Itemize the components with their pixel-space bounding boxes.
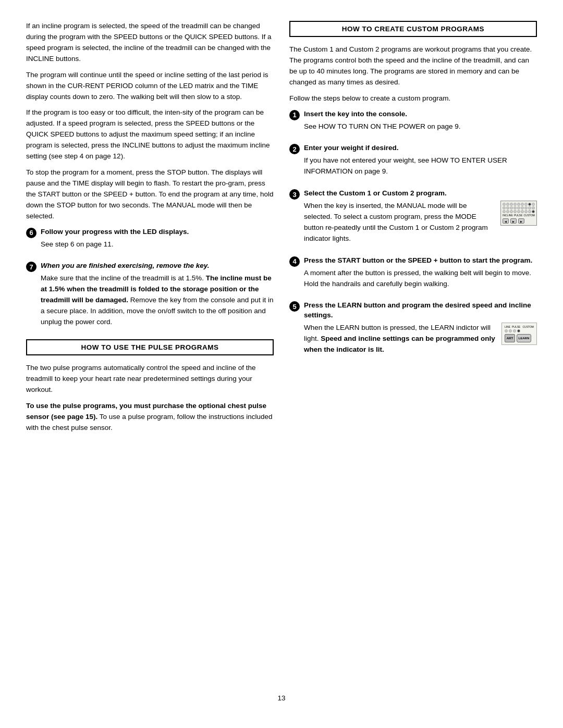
led-bottom-row: ◀ ▶ ▶: [503, 218, 535, 224]
step-3-image: INCLINE PULSE CUSTOM ◀ ▶ ▶: [500, 201, 537, 226]
learn-button: LEARN: [517, 334, 531, 342]
learn-pulse-label: PULSE: [512, 325, 520, 328]
page-number: 13: [26, 694, 537, 702]
dot: [521, 203, 524, 206]
step-3-with-image: When the key is inserted, the MANUAL mod…: [304, 201, 537, 250]
step-2-content: Enter your weight if desired. If you hav…: [304, 143, 537, 182]
left-para3: If the program is too easy or too diffic…: [26, 107, 274, 162]
dot: [513, 210, 517, 213]
dot: [517, 206, 520, 209]
step-1-number: 1: [289, 110, 300, 120]
led-row-1: [503, 203, 535, 206]
dot: [532, 203, 535, 206]
step-3-title: Select the Custom 1 or Custom 2 program.: [304, 189, 537, 199]
step-3-block: 3 Select the Custom 1 or Custom 2 progra…: [289, 189, 537, 250]
dot: [506, 203, 509, 206]
step-4-body: A moment after the button is pressed, th…: [304, 268, 537, 290]
dot: [524, 206, 528, 209]
step-7-content: When you are finished exercising, remove…: [41, 261, 274, 333]
page: If an incline program is selected, the s…: [0, 0, 563, 728]
learn-panel-labels: LINE: [505, 325, 510, 328]
custom-intro: The Custom 1 and Custom 2 programs are w…: [289, 44, 537, 88]
learn-led-strip: LINE PULSE CUSTOM: [505, 325, 534, 328]
learn-led-row: [505, 329, 534, 332]
step-5-body1: When the LEARN button is pressed, the LE…: [304, 323, 496, 355]
pulse-para1: The two pulse programs automatically con…: [26, 363, 274, 396]
step-7-block: 7 When you are finished exercising, remo…: [26, 261, 274, 333]
dot: [524, 210, 528, 213]
dot: [528, 206, 531, 209]
step-2-sub: If you have not entered your weight, see…: [304, 155, 537, 177]
dot: [517, 210, 520, 213]
step-7-body: Make sure that the incline of the treadm…: [41, 273, 274, 328]
dot: [513, 329, 516, 332]
left-column: If an incline program is selected, the s…: [26, 21, 274, 678]
dot: [510, 203, 513, 206]
led-label-pulse: PULSE: [514, 214, 522, 217]
step-5-image: LINE PULSE CUSTOM: [501, 323, 537, 345]
pulse-para2: To use the pulse programs, you must purc…: [26, 401, 274, 434]
step-6-content: Follow your progress with the LED displa…: [41, 227, 274, 255]
step-6-sub: See step 6 on page 11.: [41, 239, 274, 250]
dot: [532, 206, 535, 209]
led-labels: INCLINE PULSE CUSTOM: [503, 214, 535, 217]
dot: [503, 206, 506, 209]
led-label-custom: CUSTOM: [523, 214, 535, 217]
step-1-title: Insert the key into the console.: [304, 109, 537, 119]
step-5-text: When the LEARN button is pressed, the LE…: [304, 323, 496, 361]
step-4-block: 4 Press the START button or the SPEED + …: [289, 256, 537, 295]
step-1-content: Insert the key into the console. See HOW…: [304, 109, 537, 138]
learn-custom-label: CUSTOM: [522, 325, 534, 328]
step-5-title: Press the LEARN button and program the d…: [304, 301, 537, 320]
step-3-number: 3: [289, 189, 300, 200]
dot: [505, 329, 508, 332]
step-6-title: Follow your progress with the LED displa…: [41, 227, 274, 237]
dot: [528, 210, 531, 213]
step-5-with-image: When the LEARN button is pressed, the LE…: [304, 323, 537, 361]
led-row-2: [503, 206, 535, 209]
step-5-content: Press the LEARN button and program the d…: [304, 301, 537, 361]
dot: [509, 329, 512, 332]
left-para4: To stop the program for a moment, press …: [26, 167, 274, 222]
dot: [506, 206, 509, 209]
step-4-number: 4: [289, 256, 300, 267]
pulse-section-box: HOW TO USE THE PULSE PROGRAMS: [26, 339, 274, 355]
right-column: HOW TO CREATE CUSTOM PROGRAMS The Custom…: [289, 21, 537, 678]
dot: [506, 210, 509, 213]
left-para2: The program will continue until the spee…: [26, 70, 274, 103]
left-para1: If an incline program is selected, the s…: [26, 21, 274, 65]
dot: [503, 203, 506, 206]
start-button: ART: [505, 334, 515, 342]
step-2-block: 2 Enter your weight if desired. If you h…: [289, 143, 537, 182]
step-2-title: Enter your weight if desired.: [304, 143, 537, 153]
step-5-number: 5: [289, 301, 300, 312]
step-7-bold: The incline must be at 1.5% when the tre…: [41, 274, 272, 304]
step-4-content: Press the START button or the SPEED + bu…: [304, 256, 537, 295]
dot: [528, 203, 531, 206]
custom-follow: Follow the steps below to create a custo…: [289, 93, 537, 104]
custom-section-title: HOW TO CREATE CUSTOM PROGRAMS: [342, 25, 484, 33]
dot: [513, 206, 517, 209]
led-label-incline: INCLINE: [503, 214, 513, 217]
dot: [521, 206, 524, 209]
arrow-button-extra: ▶: [518, 218, 524, 224]
dot: [532, 210, 535, 213]
pulse-section-title: HOW TO USE THE PULSE PROGRAMS: [81, 343, 218, 351]
step-2-number: 2: [289, 144, 300, 154]
step-3-body: When the key is inserted, the MANUAL mod…: [304, 201, 495, 244]
arrow-button-left: ◀: [503, 218, 509, 224]
led-row-3: [503, 210, 535, 213]
led-matrix-display: INCLINE PULSE CUSTOM ◀ ▶ ▶: [500, 201, 537, 226]
step-5-block: 5 Press the LEARN button and program the…: [289, 301, 537, 361]
dot: [517, 329, 520, 332]
step-1-block: 1 Insert the key into the console. See H…: [289, 109, 537, 138]
step-6-number: 6: [26, 228, 36, 238]
step-3-content: Select the Custom 1 or Custom 2 program.…: [304, 189, 537, 250]
step-7-number: 7: [26, 262, 36, 272]
dot: [510, 206, 513, 209]
dot: [510, 210, 513, 213]
dot: [521, 210, 524, 213]
custom-section-box: HOW TO CREATE CUSTOM PROGRAMS: [289, 21, 537, 37]
step-5-bold: Speed and incline settings can be progra…: [304, 335, 495, 353]
dot: [513, 203, 517, 206]
